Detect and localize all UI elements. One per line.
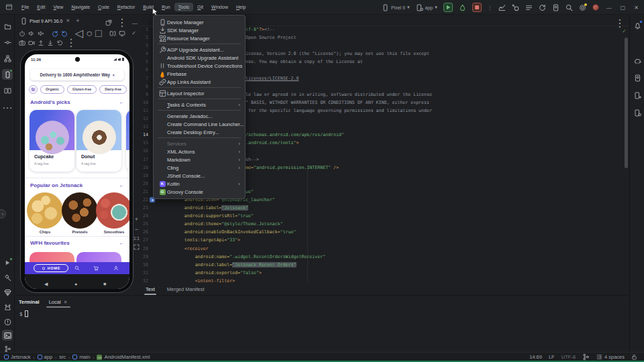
file-encoding[interactable]: UTF-8: [561, 354, 576, 360]
minimize-window-button[interactable]: —: [605, 5, 613, 11]
menu-code[interactable]: Code: [94, 3, 113, 11]
menu-item-kotlin[interactable]: KKotlin›: [154, 180, 245, 188]
menu-item-groovy-console[interactable]: GGroovy Console: [154, 188, 245, 196]
push-file-button[interactable]: [38, 40, 44, 46]
pull-file-button[interactable]: [47, 40, 54, 46]
tool-button-commit[interactable]: [2, 37, 13, 48]
menu-item-generate-javadoc[interactable]: Generate Javadoc...: [154, 112, 245, 120]
code-line[interactable]: 31 android:exported="false">: [139, 269, 623, 277]
volume-down-button[interactable]: [38, 30, 44, 37]
menu-item-agp-upgrade-assistant[interactable]: AGP Upgrade Assistant...: [154, 46, 245, 54]
hide-panel-icon[interactable]: —: [132, 20, 138, 26]
search-icon[interactable]: [74, 265, 80, 271]
nav-home-button[interactable]: HOME: [34, 264, 68, 272]
tool-button-terminal[interactable]: [2, 330, 13, 341]
zoom-to-fit-icon[interactable]: [133, 244, 140, 250]
delivery-address-bar[interactable]: Delivery to 1600 Amphitheater Way▾: [30, 69, 124, 80]
indent-setting[interactable]: 4 spaces: [596, 354, 625, 360]
tool-button-device-manager[interactable]: [2, 85, 13, 96]
stripe-expand-button[interactable]: ›: [0, 209, 6, 219]
menu-item-firebase[interactable]: Firebase: [154, 70, 245, 78]
menu-item-services[interactable]: Services›: [154, 139, 245, 147]
tab-text[interactable]: Text: [144, 285, 156, 294]
code-line[interactable]: 25 android:theme="@style/Theme.Jetsnack": [139, 220, 623, 228]
profile-icon[interactable]: [113, 265, 119, 271]
menu-build[interactable]: Build: [139, 3, 158, 11]
editor-scrollbar[interactable]: [625, 38, 628, 168]
sync-project-icon[interactable]: [539, 4, 546, 11]
breadcrumb-item[interactable]: main: [72, 354, 90, 360]
volume-up-button[interactable]: [28, 30, 35, 37]
screenshot-button[interactable]: [19, 40, 25, 46]
filter-chip[interactable]: Dairy-free: [99, 85, 127, 94]
search-everywhere-icon[interactable]: [566, 4, 573, 11]
snack-card[interactable]: CupcakeA tag line: [30, 110, 74, 172]
open-in-window-icon[interactable]: [105, 19, 112, 26]
zoom-in-icon[interactable]: +: [135, 216, 138, 223]
arrow-left-icon[interactable]: ←: [119, 240, 124, 246]
menu-file[interactable]: File: [17, 3, 33, 11]
menu-item-xml-actions[interactable]: XML Actions›: [154, 147, 245, 156]
breadcrumb-item[interactable]: Jetsnack: [4, 354, 31, 360]
snack-card[interactable]: DonutA tag line: [76, 110, 121, 172]
rotate-left-button[interactable]: [52, 30, 58, 37]
menu-help[interactable]: Help: [232, 3, 250, 11]
menu-run[interactable]: Run: [158, 3, 174, 11]
code-line[interactable]: 23 android:label="Jetsnack": [139, 204, 623, 212]
code-line[interactable]: 24 android:supportsRtl="true": [139, 212, 623, 220]
tool-button-build[interactable]: [2, 272, 13, 283]
panel-options-icon[interactable]: ⋮: [117, 17, 127, 29]
filter-chip[interactable]: Gluten-free: [67, 85, 97, 94]
arrow-left-icon[interactable]: ←: [119, 182, 124, 188]
zoom-actual-size[interactable]: 1:1: [133, 236, 140, 241]
breadcrumb-item[interactable]: <>AndroidManifest.xml: [97, 354, 150, 360]
tab-merged-manifest[interactable]: Merged Manifest: [166, 285, 206, 294]
tool-button-gradle[interactable]: [632, 55, 643, 66]
settings-icon[interactable]: [579, 4, 586, 11]
device-selector[interactable]: Pixel 9▾: [382, 4, 410, 11]
close-icon[interactable]: ✕: [64, 300, 68, 305]
menu-item-resource-manager[interactable]: Resource Manager: [154, 34, 245, 42]
cart-icon[interactable]: [93, 265, 99, 271]
menu-item-app-links-assistant[interactable]: App Links Assistant: [154, 78, 245, 86]
line-separator[interactable]: LF: [549, 354, 555, 360]
android-home-icon[interactable]: ●: [74, 282, 77, 286]
menu-tools[interactable]: Tools: [174, 3, 193, 11]
menu-item-tasks-contexts[interactable]: Tasks & Contexts›: [154, 101, 245, 109]
menu-navigate[interactable]: Navigate: [67, 3, 94, 11]
stop-button[interactable]: [472, 3, 482, 12]
tool-button-notifications[interactable]: [632, 20, 643, 31]
close-window-button[interactable]: ✕: [633, 5, 640, 11]
code-line[interactable]: 29 android:name=".widget.RecentOrdersWid…: [139, 253, 623, 261]
menu-item-device-manager[interactable]: Device Manager: [154, 18, 245, 26]
rotate-right-button[interactable]: [61, 30, 68, 37]
maximize-window-button[interactable]: ▢: [619, 5, 627, 11]
filter-chip[interactable]: Organic: [40, 85, 64, 94]
menu-item-cling[interactable]: Cling›: [154, 164, 245, 172]
power-button[interactable]: [19, 30, 25, 37]
tool-button-emulator-settings[interactable]: [632, 107, 643, 118]
terminal-tab-local[interactable]: Local✕: [49, 298, 68, 306]
menu-item-create-desktop-entry[interactable]: Create Desktop Entry...: [154, 128, 245, 136]
run-button[interactable]: [443, 3, 453, 12]
attach-debugger-icon[interactable]: [512, 4, 519, 11]
external-display-button[interactable]: [119, 30, 125, 37]
snack-card-partial[interactable]: [126, 110, 129, 172]
android-overview-button[interactable]: □: [95, 27, 102, 40]
pretzels-image[interactable]: [62, 192, 98, 229]
run-configuration-selector[interactable]: app▾: [416, 4, 437, 11]
inspections-ok-icon[interactable]: ✓: [622, 28, 627, 34]
apply-changes-button[interactable]: [459, 4, 466, 11]
code-line[interactable]: 28 <receiver: [139, 245, 623, 253]
breadcrumb-item[interactable]: app: [38, 354, 53, 360]
more-actions-button[interactable]: ⋮: [488, 5, 492, 10]
menu-edit[interactable]: Edit: [33, 3, 49, 11]
terminal-prompt[interactable]: $: [19, 310, 28, 317]
todo-list-icon[interactable]: [525, 4, 533, 11]
tool-button-device-monitor[interactable]: [632, 90, 643, 101]
android-back-icon[interactable]: ◀: [44, 282, 48, 286]
android-home-button[interactable]: ○: [86, 27, 93, 40]
fold-device-button[interactable]: [109, 30, 116, 37]
zoom-out-icon[interactable]: −: [135, 226, 138, 233]
menu-window[interactable]: Window: [207, 3, 232, 11]
